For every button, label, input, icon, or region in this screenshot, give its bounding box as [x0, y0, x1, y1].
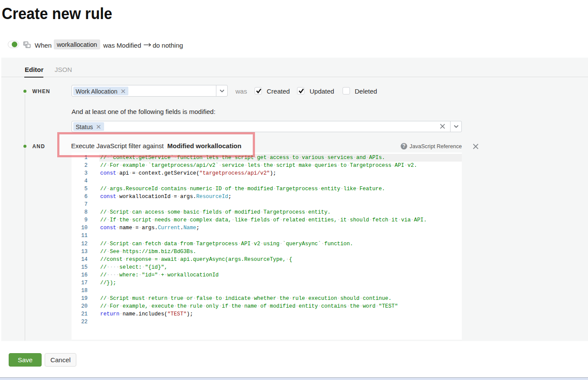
svg-text:?: ?: [402, 143, 405, 149]
